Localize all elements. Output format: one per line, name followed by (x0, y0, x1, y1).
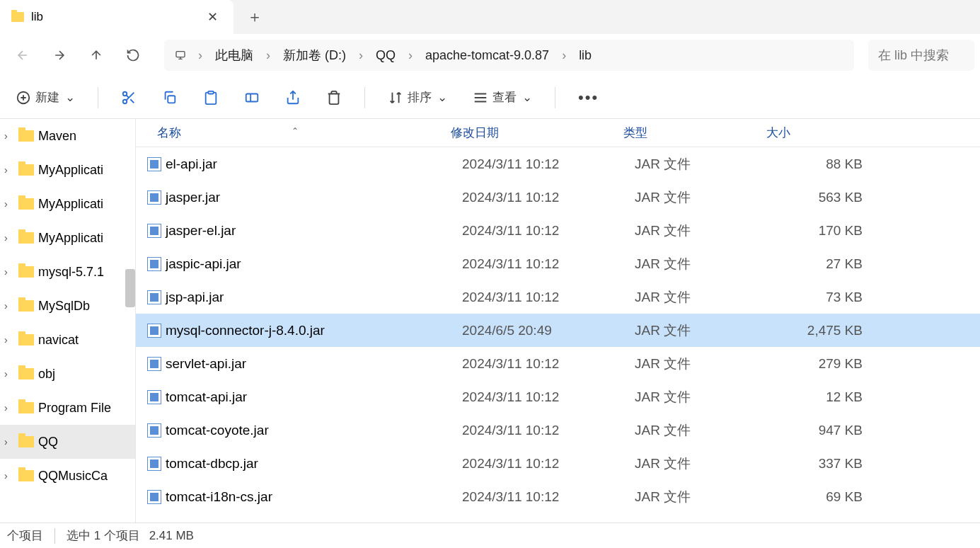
breadcrumb-seg[interactable]: lib (576, 47, 594, 64)
jar-file-icon (147, 157, 161, 171)
svg-point-3 (123, 99, 127, 103)
table-row[interactable]: tomcat-api.jar 2024/3/11 10:12 JAR 文件 12… (136, 380, 980, 413)
file-size: 170 KB (778, 223, 863, 239)
tab-bar: lib ✕ ＋ (0, 0, 980, 34)
sidebar-item[interactable]: ›navicat (0, 323, 135, 357)
col-type[interactable]: 类型 (623, 125, 766, 141)
back-button[interactable] (6, 38, 40, 72)
up-button[interactable] (79, 38, 113, 72)
file-type: JAR 文件 (635, 188, 778, 207)
chevron-right-icon: › (4, 164, 14, 176)
file-date: 2024/6/5 20:49 (462, 323, 635, 338)
file-type: JAR 文件 (635, 321, 778, 340)
breadcrumb-seg[interactable]: 新加卷 (D:) (280, 45, 349, 65)
sidebar-item[interactable]: ›Maven (0, 119, 135, 153)
jar-file-icon (147, 423, 161, 438)
folder-icon (18, 334, 34, 346)
table-row[interactable]: tomcat-coyote.jar 2024/3/11 10:12 JAR 文件… (136, 413, 980, 447)
forward-button[interactable] (42, 38, 76, 72)
table-row[interactable]: jasper-el.jar 2024/3/11 10:12 JAR 文件 170… (136, 214, 980, 247)
new-tab-button[interactable]: ＋ (234, 0, 276, 34)
col-name[interactable]: 名称⌃ (136, 125, 451, 141)
chevron-right-icon: › (4, 368, 14, 379)
sort-button[interactable]: 排序 ⌄ (378, 82, 457, 113)
table-row[interactable]: servlet-api.jar 2024/3/11 10:12 JAR 文件 2… (136, 347, 980, 380)
rename-button[interactable] (234, 82, 270, 113)
file-type: JAR 文件 (635, 255, 778, 273)
file-name: jaspic-api.jar (166, 256, 462, 272)
more-button[interactable]: ••• (568, 82, 609, 113)
chevron-right-icon: › (259, 48, 277, 63)
view-button[interactable]: 查看 ⌄ (463, 82, 542, 113)
file-date: 2024/3/11 10:12 (462, 190, 635, 205)
paste-button[interactable] (193, 82, 229, 113)
sidebar-item-label: MySqlDb (38, 299, 90, 314)
file-name: tomcat-dbcp.jar (166, 456, 462, 472)
chevron-down-icon: ⌄ (437, 90, 447, 105)
chevron-right-icon: › (4, 402, 14, 413)
table-row[interactable]: jaspic-api.jar 2024/3/11 10:12 JAR 文件 27… (136, 247, 980, 280)
file-pane: 名称⌃ 修改日期 类型 大小 el-api.jar 2024/3/11 10:1… (136, 119, 980, 523)
sidebar-item[interactable]: ›Program File (0, 391, 135, 425)
jar-file-icon (147, 324, 161, 338)
sidebar-item-label: navicat (38, 333, 79, 348)
close-icon[interactable]: ✕ (203, 6, 222, 28)
sidebar-item[interactable]: ›mysql-5.7.1 (0, 255, 135, 289)
chevron-down-icon: ⌄ (65, 90, 75, 105)
chevron-right-icon: › (4, 266, 14, 278)
breadcrumb-seg[interactable]: apache-tomcat-9.0.87 (422, 47, 552, 64)
sidebar-item[interactable]: ›MyApplicati (0, 187, 135, 221)
folder-icon (18, 266, 34, 278)
file-type: JAR 文件 (635, 488, 778, 506)
scrollbar-thumb[interactable] (125, 269, 135, 307)
svg-rect-5 (208, 91, 213, 93)
sidebar-item[interactable]: ›obj (0, 357, 135, 391)
sidebar-item[interactable]: ›MyApplicati (0, 153, 135, 187)
status-bar: 个项目 选中 1 个项目 2.41 MB (0, 523, 980, 548)
paste-icon (203, 90, 219, 105)
delete-button[interactable] (316, 82, 352, 113)
col-date[interactable]: 修改日期 (451, 125, 623, 141)
sidebar-item[interactable]: ›QQ (0, 425, 135, 459)
col-size[interactable]: 大小 (766, 125, 858, 141)
sidebar-item[interactable]: ›MyApplicati (0, 221, 135, 255)
chevron-right-icon: › (4, 436, 14, 447)
table-row[interactable]: tomcat-i18n-cs.jar 2024/3/11 10:12 JAR 文… (136, 480, 980, 513)
new-button[interactable]: 新建 ⌄ (6, 82, 85, 113)
sidebar-item[interactable]: ›MySqlDb (0, 289, 135, 323)
tab-active[interactable]: lib ✕ (0, 0, 234, 34)
chevron-down-icon: ⌄ (522, 90, 532, 105)
file-date: 2024/3/11 10:12 (462, 356, 635, 372)
chevron-right-icon: › (191, 48, 209, 63)
status-count: 个项目 (7, 527, 43, 544)
table-row[interactable]: tomcat-dbcp.jar 2024/3/11 10:12 JAR 文件 3… (136, 447, 980, 480)
search-input[interactable]: 在 lib 中搜索 (868, 40, 974, 71)
sidebar-item[interactable]: ›QQMusicCa (0, 459, 135, 493)
separator (98, 87, 98, 108)
sidebar-item-label: QQMusicCa (38, 469, 108, 484)
breadcrumb-seg[interactable]: 此电脑 (212, 45, 256, 65)
separator (364, 87, 365, 108)
file-name: tomcat-api.jar (166, 389, 462, 405)
file-size: 88 KB (778, 156, 863, 172)
jar-file-icon (147, 290, 161, 304)
status-selection: 选中 1 个项目 (67, 527, 140, 544)
table-row[interactable]: jasper.jar 2024/3/11 10:12 JAR 文件 563 KB (136, 181, 980, 214)
file-size: 69 KB (778, 489, 863, 505)
separator (555, 87, 555, 108)
svg-rect-0 (176, 52, 185, 57)
table-row[interactable]: mysql-connector-j-8.4.0.jar 2024/6/5 20:… (136, 314, 980, 347)
share-button[interactable] (275, 82, 311, 113)
trash-icon (326, 90, 342, 105)
table-row[interactable]: el-api.jar 2024/3/11 10:12 JAR 文件 88 KB (136, 147, 980, 181)
cut-button[interactable] (111, 82, 146, 113)
copy-button[interactable] (152, 82, 188, 113)
file-date: 2024/3/11 10:12 (462, 456, 635, 472)
folder-icon (18, 436, 34, 447)
breadcrumb[interactable]: › 此电脑 › 新加卷 (D:) › QQ › apache-tomcat-9.… (164, 40, 854, 71)
table-row[interactable]: jsp-api.jar 2024/3/11 10:12 JAR 文件 73 KB (136, 280, 980, 314)
status-size: 2.41 MB (149, 529, 194, 543)
refresh-button[interactable] (116, 38, 150, 72)
breadcrumb-seg[interactable]: QQ (373, 47, 398, 64)
file-date: 2024/3/11 10:12 (462, 223, 635, 239)
